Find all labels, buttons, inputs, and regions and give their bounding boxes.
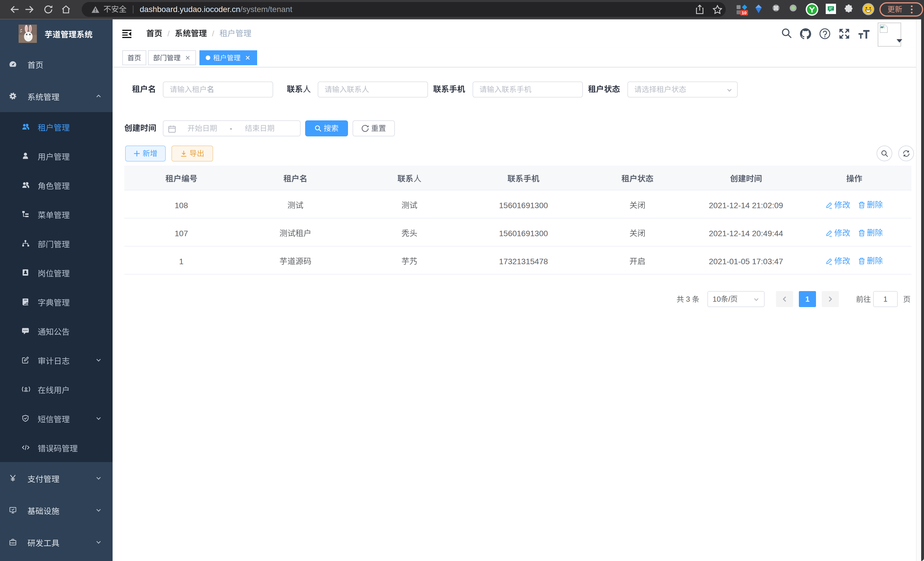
svg-text:10: 10 [742,10,747,15]
